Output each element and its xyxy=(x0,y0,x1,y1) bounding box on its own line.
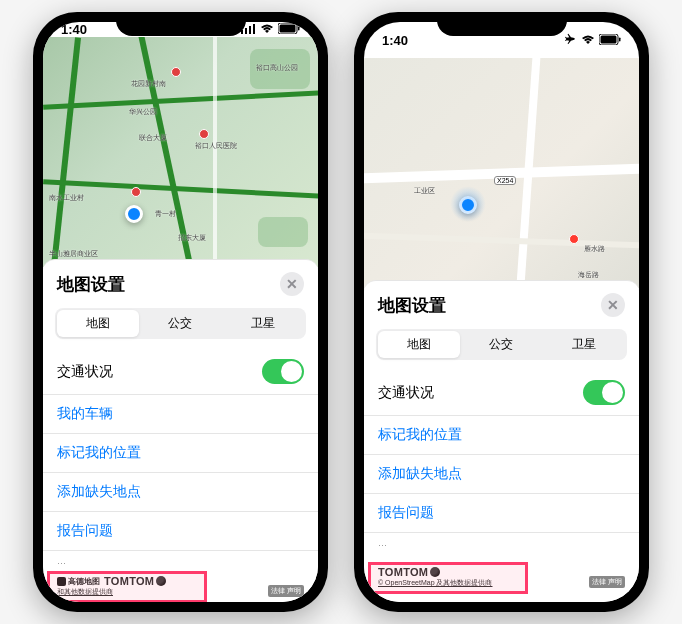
row-mark-location[interactable]: 标记我的位置 xyxy=(43,434,318,473)
airplane-icon xyxy=(565,33,577,48)
svg-rect-3 xyxy=(253,24,255,34)
wifi-icon xyxy=(260,22,274,37)
wifi-icon xyxy=(581,33,595,48)
attribution-area: 高德地图 TOMTOM 和其他数据提供商 法律 声明 xyxy=(43,569,318,602)
tomtom-logo: TOMTOM xyxy=(104,575,166,587)
row-mark-location[interactable]: 标记我的位置 xyxy=(364,416,639,455)
location-heading-icon xyxy=(450,186,486,222)
status-time: 1:40 xyxy=(61,22,87,37)
segment-transit[interactable]: 公交 xyxy=(139,310,221,337)
phone-right: 1:40 工业区 X254 雁水路 海岳路 xyxy=(354,12,649,612)
road-badge: X254 xyxy=(494,176,516,185)
poi-label: 华兴公园 xyxy=(129,107,157,117)
poi-label: 联合大厦 xyxy=(139,133,167,143)
sheet-title: 地图设置 xyxy=(57,273,125,296)
poi-pin-icon xyxy=(199,129,209,139)
current-location-icon xyxy=(125,205,143,223)
poi-label: 青一村 xyxy=(155,209,176,219)
row-traffic: 交通状况 xyxy=(364,370,639,416)
row-report-issue[interactable]: 报告问题 xyxy=(364,494,639,533)
globe-icon xyxy=(430,567,440,577)
settings-sheet: 地图设置 ✕ 地图 公交 卫星 交通状况 标记我的位置 添加缺失地点 报告 xyxy=(364,280,639,602)
svg-rect-6 xyxy=(298,27,300,31)
poi-label: 裕口人民医院 xyxy=(195,141,237,151)
poi-label: 裕口高山公园 xyxy=(256,63,298,73)
more-indicator: ⋯ xyxy=(43,551,318,569)
close-button[interactable]: ✕ xyxy=(280,272,304,296)
globe-icon xyxy=(156,576,166,586)
poi-label: 工业区 xyxy=(414,186,435,196)
attribution-text[interactable]: © OpenStreetMap 及其他数据提供商 xyxy=(378,578,492,588)
poi-label: 半山雅居商业区 xyxy=(49,249,98,259)
close-button[interactable]: ✕ xyxy=(601,293,625,317)
more-indicator: ⋯ xyxy=(364,533,639,551)
row-my-vehicles[interactable]: 我的车辆 xyxy=(43,395,318,434)
battery-icon xyxy=(278,22,300,37)
poi-label: 花园新村南 xyxy=(131,79,166,89)
traffic-toggle[interactable] xyxy=(262,359,304,384)
screen-left: 1:40 裕口高山公园 xyxy=(43,22,318,602)
attribution-text[interactable]: 和其他数据提供商 xyxy=(57,587,166,597)
tomtom-logo: TOMTOM xyxy=(378,566,492,578)
svg-rect-9 xyxy=(619,37,621,41)
map-type-segmented[interactable]: 地图 公交 卫星 xyxy=(376,329,627,360)
legal-badge[interactable]: 法律 声明 xyxy=(589,576,625,588)
legal-badge[interactable]: 法律 声明 xyxy=(268,585,304,597)
svg-rect-8 xyxy=(601,35,617,43)
status-icons xyxy=(241,22,300,37)
map-view[interactable]: 工业区 X254 雁水路 海岳路 xyxy=(364,58,639,288)
phone-left: 1:40 裕口高山公园 xyxy=(33,12,328,612)
svg-rect-2 xyxy=(249,26,251,34)
traffic-label: 交通状况 xyxy=(57,363,113,381)
close-icon: ✕ xyxy=(286,276,298,292)
poi-pin-icon xyxy=(171,67,181,77)
map-type-segmented[interactable]: 地图 公交 卫星 xyxy=(55,308,306,339)
traffic-toggle[interactable] xyxy=(583,380,625,405)
poi-label: 南水工业村 xyxy=(49,193,84,203)
svg-rect-5 xyxy=(280,25,296,33)
notch xyxy=(437,12,567,36)
screen-right: 1:40 工业区 X254 雁水路 海岳路 xyxy=(364,22,639,602)
segment-satellite[interactable]: 卫星 xyxy=(222,310,304,337)
traffic-label: 交通状况 xyxy=(378,384,434,402)
gaode-logo: 高德地图 xyxy=(57,576,100,587)
segment-map[interactable]: 地图 xyxy=(57,310,139,337)
row-add-missing[interactable]: 添加缺失地点 xyxy=(364,455,639,494)
sheet-title: 地图设置 xyxy=(378,294,446,317)
status-time: 1:40 xyxy=(382,33,408,48)
segment-map[interactable]: 地图 xyxy=(378,331,460,358)
battery-icon xyxy=(599,33,621,48)
poi-label: 海岳路 xyxy=(578,270,599,280)
poi-label: 雁水路 xyxy=(584,244,605,254)
attribution-area: TOMTOM © OpenStreetMap 及其他数据提供商 法律 声明 xyxy=(364,560,639,602)
map-view[interactable]: 裕口高山公园 花园新村南 华兴公园 联合大厦 裕口人民医院 南水工业村 青一村 … xyxy=(43,37,318,267)
poi-pin-icon xyxy=(131,187,141,197)
svg-rect-1 xyxy=(245,28,247,34)
row-add-missing[interactable]: 添加缺失地点 xyxy=(43,473,318,512)
notch xyxy=(116,12,246,36)
close-icon: ✕ xyxy=(607,297,619,313)
settings-sheet: 地图设置 ✕ 地图 公交 卫星 交通状况 我的车辆 标记我的位置 添加缺失 xyxy=(43,259,318,602)
segment-satellite[interactable]: 卫星 xyxy=(543,331,625,358)
poi-pin-icon xyxy=(569,234,579,244)
status-icons xyxy=(565,33,621,48)
row-report-issue[interactable]: 报告问题 xyxy=(43,512,318,551)
poi-label: 招东大厦 xyxy=(178,233,206,243)
row-traffic: 交通状况 xyxy=(43,349,318,395)
segment-transit[interactable]: 公交 xyxy=(460,331,542,358)
